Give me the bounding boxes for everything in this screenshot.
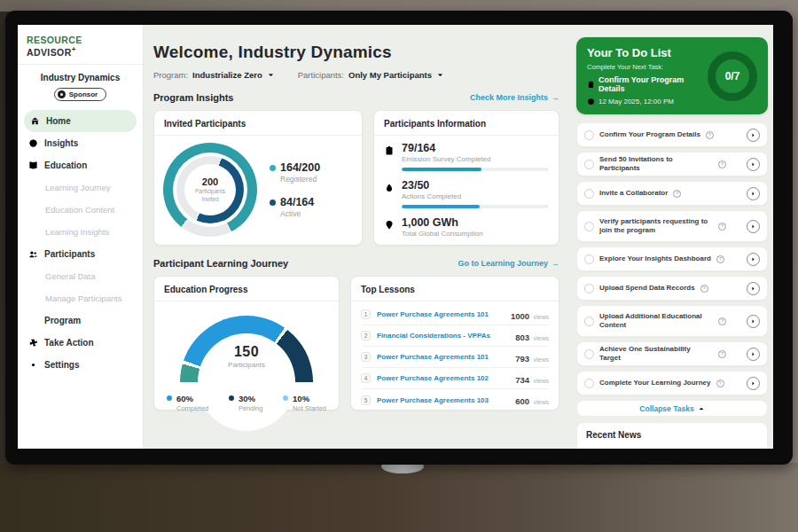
task-chevron-button[interactable] — [747, 315, 760, 328]
lesson-title-link[interactable]: Financial Considerations - VPPAs — [377, 332, 509, 340]
sidebar-item-learning-insights[interactable]: Learning Insights — [18, 221, 143, 243]
task-chevron-button[interactable] — [747, 187, 760, 200]
sidebar-item-manage-participants[interactable]: Manage Participants — [18, 287, 143, 309]
help-icon[interactable] — [718, 160, 726, 168]
sidebar-item-education-content[interactable]: Education Content — [18, 199, 143, 221]
legend-not-started: 10% Not Started — [283, 394, 326, 412]
gauge-arc — [180, 316, 313, 449]
task-upload-educational-content[interactable]: Upload Additional Educational Content — [576, 305, 768, 337]
gear-icon — [28, 360, 38, 370]
sidebar-item-label: Participants — [44, 249, 95, 259]
todo-title: Your To Do List — [587, 46, 708, 59]
task-chevron-button[interactable] — [747, 282, 760, 295]
sidebar-item-home[interactable]: Home — [24, 110, 137, 132]
task-chevron-button[interactable] — [747, 220, 760, 233]
help-icon[interactable] — [718, 350, 726, 358]
link-label: Check More Insights — [470, 93, 548, 102]
help-icon[interactable] — [718, 223, 726, 231]
sidebar-item-learning-journey[interactable]: Learning Journey — [18, 176, 143, 199]
sidebar-item-program[interactable]: Program — [18, 309, 143, 332]
task-checkbox[interactable] — [584, 189, 594, 199]
book-icon — [28, 160, 38, 170]
help-icon[interactable] — [700, 285, 708, 293]
sidebar-item-take-action[interactable]: Take Action — [18, 332, 143, 354]
legend-completed: 60% Completed — [167, 394, 208, 412]
main-content: Welcome, Industry Dynamics Program: Indu… — [144, 25, 569, 449]
logo-resource: RESOURCE — [27, 35, 82, 45]
participants-filter[interactable]: Participants: Only My Participants — [298, 70, 444, 80]
task-checkbox[interactable] — [584, 379, 594, 388]
task-complete-learning-journey[interactable]: Complete Your Learning Journey — [576, 371, 768, 395]
task-upload-spend-data[interactable]: Upload Spend Data Records — [576, 276, 768, 301]
pending-dot — [229, 395, 234, 401]
sidebar-item-label: Settings — [44, 360, 79, 370]
logo-advisor: ADVISOR — [27, 47, 72, 58]
sidebar-item-settings[interactable]: Settings — [18, 354, 143, 376]
link-label: Go to Learning Journey — [458, 259, 548, 268]
help-icon[interactable] — [716, 255, 724, 263]
lesson-title-link[interactable]: Power Purchase Agreements 103 — [377, 396, 509, 404]
task-confirm-program-details[interactable]: Confirm Your Program Details — [576, 122, 768, 147]
lesson-views: 803 — [515, 332, 529, 342]
gauge-center-value: 150 — [234, 344, 259, 359]
go-to-learning-journey-link[interactable]: Go to Learning Journey → — [458, 259, 559, 268]
help-icon[interactable] — [706, 131, 714, 139]
sidebar-item-label: Insights — [44, 138, 78, 148]
collapse-tasks-link[interactable]: Collapse Tasks — [576, 400, 768, 417]
participants-information-card: Participants Information 79/164 Emission… — [373, 110, 559, 246]
sidebar-item-education[interactable]: Education — [18, 154, 143, 176]
task-explore-insights[interactable]: Explore Your Insights Dashboard — [576, 246, 768, 271]
lesson-title-link[interactable]: Power Purchase Agreements 101 — [377, 310, 505, 318]
location-pin-icon — [384, 220, 395, 231]
lesson-row: 3 Power Purchase Agreements 101 793 view… — [361, 347, 549, 368]
task-checkbox[interactable] — [584, 254, 594, 264]
task-invite-collaborator[interactable]: Invite a Collaborator — [576, 181, 768, 206]
task-checkbox[interactable] — [584, 349, 594, 359]
sidebar-item-participants[interactable]: Participants — [18, 243, 143, 265]
help-icon[interactable] — [673, 190, 681, 198]
task-label: Explore Your Insights Dashboard — [599, 254, 711, 263]
invited-participants-body: 200 Participants Invited 164/200 Registe… — [154, 136, 362, 244]
lesson-row: 2 Financial Considerations - VPPAs 803 v… — [361, 325, 549, 347]
task-label: Send 50 Invitations to Participants — [599, 155, 713, 172]
sponsor-badge[interactable]: Sponsor — [54, 88, 106, 101]
people-icon — [28, 249, 38, 259]
task-achieve-sustainability-target[interactable]: Achieve One Sustainability Target — [576, 341, 768, 366]
task-chevron-button[interactable] — [747, 129, 760, 142]
help-icon[interactable] — [718, 317, 726, 325]
task-chevron-button[interactable] — [747, 348, 760, 361]
task-checkbox[interactable] — [584, 160, 594, 169]
sidebar-item-label: Learning Insights — [45, 227, 109, 237]
task-chevron-button[interactable] — [747, 377, 760, 390]
program-filter[interactable]: Program: Industrialize Zero — [153, 70, 275, 80]
logo-plus: + — [72, 45, 76, 53]
sidebar-item-insights[interactable]: Insights — [18, 132, 143, 154]
donut-center-label: Participants Invited — [191, 188, 230, 202]
task-chevron-button[interactable] — [747, 253, 760, 266]
task-chevron-button[interactable] — [747, 158, 760, 171]
todo-panel: Your To Do List Complete Your Next Task:… — [576, 37, 768, 449]
participants-information-body: 79/164 Emission Survey Completed 23/50 A… — [374, 136, 559, 238]
donut-legend: 164/200 Registered 84/164 Active — [270, 161, 320, 218]
help-icon[interactable] — [716, 379, 724, 387]
views-suffix: views — [533, 314, 549, 320]
sidebar-item-general-data[interactable]: General Data — [18, 265, 143, 287]
views-suffix: views — [533, 378, 549, 384]
task-verify-participants[interactable]: Verify participants requesting to join t… — [576, 210, 768, 242]
task-send-invitations[interactable]: Send 50 Invitations to Participants — [576, 152, 768, 176]
stat-value: 79/164 — [402, 142, 549, 154]
legend-label: Completed — [176, 404, 208, 412]
lesson-row: 4 Power Purchase Agreements 102 734 view… — [361, 368, 549, 389]
legend-label: Pending — [239, 404, 263, 412]
task-checkbox[interactable] — [584, 130, 594, 140]
gauge-center-label: Participants — [180, 361, 313, 369]
top-lessons-title: Top Lessons — [351, 277, 559, 301]
lesson-title-link[interactable]: Power Purchase Agreements 102 — [377, 374, 509, 382]
chevron-down-icon — [436, 71, 444, 79]
check-more-insights-link[interactable]: Check More Insights → — [470, 93, 559, 102]
lesson-title-link[interactable]: Power Purchase Agreements 101 — [377, 353, 509, 361]
task-checkbox[interactable] — [584, 222, 594, 231]
task-checkbox[interactable] — [584, 317, 594, 326]
task-label: Verify participants requesting to join t… — [599, 217, 713, 234]
task-checkbox[interactable] — [584, 284, 594, 293]
